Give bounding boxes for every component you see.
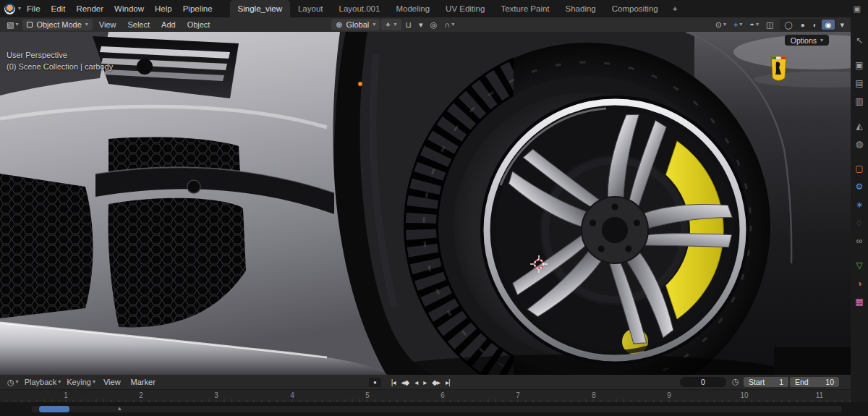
props-tab-output[interactable]: ▤ [855,79,863,88]
menu-keying[interactable]: Keying ▾ [64,378,98,386]
tab-layout-001[interactable]: Layout.001 [331,0,388,17]
menu-marker[interactable]: Marker [126,378,161,386]
menu-file[interactable]: File [22,2,46,15]
chevron-up-icon[interactable]: ▴ [118,404,122,412]
props-tab-data[interactable]: ▽ [856,261,862,270]
timeline-scrollbar-thumb[interactable] [39,406,69,412]
workspace-tabs: Single_view Layout Layout.001 Modeling U… [230,0,684,17]
props-tab-particles[interactable]: ∗ [856,200,863,209]
end-frame-field[interactable]: End 10 [790,377,839,387]
timeline-editor-button[interactable]: ◷ ▾ [4,378,22,387]
menu-timeline-view[interactable]: View [98,378,126,386]
options-dropdown[interactable]: Options ▾ [785,35,829,46]
props-tab-render[interactable]: ▣ [855,61,863,69]
jump-to-start-button[interactable]: |◂ [390,378,397,386]
xray-toggle[interactable]: ◫ [763,20,776,30]
shading-modes: ◯ ● ◐ ◉ [780,19,835,30]
topbar: ▾ File Edit Render Window Help Pipeline … [0,0,868,17]
start-frame-field[interactable]: Start 1 [744,377,788,387]
proportional-falloff-dropdown[interactable]: ∩ ▾ [441,20,457,29]
play-button[interactable]: ▸ [422,378,427,386]
prev-keyframe-button[interactable]: ◂◆ [399,378,410,386]
menu-edit[interactable]: Edit [46,2,71,15]
add-workspace-button[interactable]: + [666,0,684,17]
props-tab-world[interactable]: ◍ [856,140,863,148]
auto-keyframe-toggle[interactable]: ● [369,378,381,387]
jump-to-end-button[interactable]: ▸| [444,378,451,386]
tab-single-view[interactable]: Single_view [230,0,290,17]
viewport-3d[interactable]: User Perspective (0) Scene Collection | … [0,32,851,375]
tab-layout[interactable]: Layout [290,0,331,17]
props-tab-scene[interactable]: ◭ [856,122,862,130]
props-tab-view-layer[interactable]: ▥ [855,97,863,106]
blender-window: ▾ File Edit Render Window Help Pipeline … [0,0,868,416]
blender-logo-icon[interactable] [4,4,15,14]
tab-modeling[interactable]: Modeling [388,0,438,17]
tab-shading[interactable]: Shading [558,0,604,17]
props-tab-modifiers[interactable]: ⚙ [856,182,864,191]
properties-tab-bar: ↖ ▣ ▤ ▥ ◭ ◍ ▢ ⚙ ∗ ◌ ∞ ▽ ◑ ▦ [851,17,868,416]
timeline-scrollbar-track[interactable] [32,406,842,412]
snap-settings-dropdown[interactable]: ▾ [416,21,426,29]
ruler-number: 1 [64,391,68,399]
props-tab-physics[interactable]: ◌ [856,218,861,227]
editor-type-button[interactable]: ▧ ▾ [4,20,21,30]
pivot-point-dropdown[interactable]: ⌖ ▾ [381,19,401,30]
shading-material-button[interactable]: ◐ [809,20,821,30]
overlays-dropdown[interactable]: ◓ ▾ [746,20,762,29]
menu-pipeline[interactable]: Pipeline [178,2,218,15]
shading-solid-button[interactable]: ● [797,20,809,30]
shading-dropdown[interactable]: ▾ [837,21,847,29]
grille-left [0,174,93,318]
keying-label: Keying [67,378,91,386]
timeline-scroll-area: ▴ [0,402,868,416]
menu-render[interactable]: Render [71,2,109,15]
ruler-number: 9 [667,391,671,399]
menu-add[interactable]: Add [156,20,181,29]
mode-selector[interactable]: Object Mode ▾ [22,19,92,30]
menu-select[interactable]: Select [122,20,155,29]
props-tab-tool[interactable]: ↖ [856,36,863,45]
timeline-ruler[interactable]: 1 2 3 4 5 6 7 8 9 10 11 [0,389,851,402]
end-label: End [795,378,809,386]
props-tab-object[interactable]: ▢ [855,164,863,173]
menu-window[interactable]: Window [109,2,149,15]
ferrari-badge[interactable] [771,56,786,81]
object-visibility-dropdown[interactable]: ⊙ ▾ [712,20,729,30]
menu-view[interactable]: View [94,20,122,29]
props-tab-constraints[interactable]: ∞ [856,237,863,245]
view-perspective-label: User Perspective [7,51,67,59]
active-collection-label: (0) Scene Collection | carbody [7,62,113,71]
chevron-down-icon: ▾ [16,379,19,385]
props-tab-texture[interactable]: ▦ [855,297,863,306]
viewport-editor-icon: ▧ [7,20,14,30]
proportional-editing-toggle[interactable]: ◎ [427,20,441,30]
menu-playback[interactable]: Playback ▾ [22,378,64,386]
transform-orientation-dropdown[interactable]: ⊕ Global ▾ [331,19,380,30]
shading-wireframe-button[interactable]: ◯ [780,20,796,30]
chevron-down-icon: ▾ [393,22,396,27]
viewport-header: ▧ ▾ Object Mode ▾ View Select Add Object… [0,17,851,32]
ruler-number: 7 [516,391,520,399]
chevron-down-icon: ▾ [58,379,61,385]
front-bumper[interactable] [0,32,388,375]
end-value: 10 [825,378,834,386]
ruler-number: 4 [290,391,294,399]
tab-texture-paint[interactable]: Texture Paint [493,0,557,17]
start-value: 1 [779,378,783,386]
preview-range-clock-icon[interactable]: ◷ [732,377,739,386]
gizmos-dropdown[interactable]: + ▾ [731,20,745,29]
tab-uv-editing[interactable]: UV Editing [438,0,493,17]
next-keyframe-button[interactable]: ◆▸ [430,378,441,386]
menu-help[interactable]: Help [150,2,177,15]
props-tab-material[interactable]: ◑ [856,279,861,288]
shading-rendered-button[interactable]: ◉ [822,20,835,30]
current-frame-field[interactable]: 0 [680,377,726,387]
tab-compositing[interactable]: Compositing [604,0,666,17]
screen-icon[interactable]: ▣ [854,4,861,14]
menu-object[interactable]: Object [182,20,216,29]
playback-label: Playback [25,378,57,386]
clock-icon: ◷ [7,378,14,387]
snap-magnet-toggle[interactable]: ⊔ [403,20,415,30]
play-reverse-button[interactable]: ◂ [413,378,419,386]
